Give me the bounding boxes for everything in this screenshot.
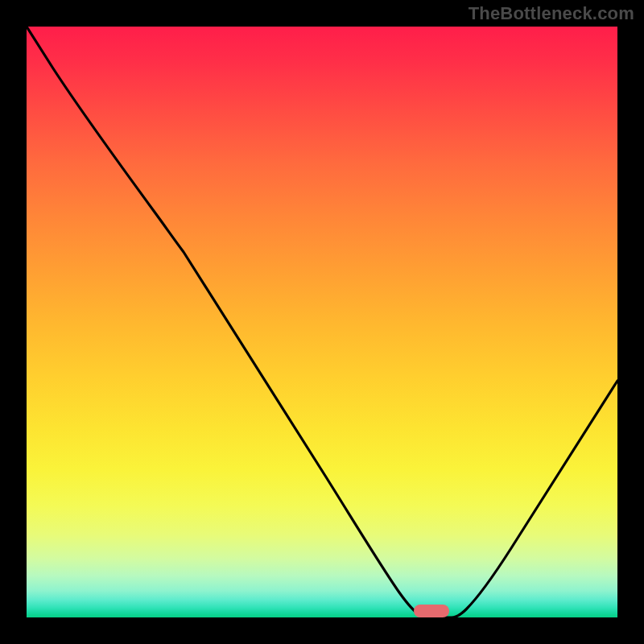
bottleneck-curve	[27, 27, 617, 617]
curve-path	[27, 27, 617, 617]
plot-area	[27, 27, 617, 617]
optimal-point-marker	[414, 605, 449, 617]
chart-frame: TheBottleneck.com	[0, 0, 644, 644]
watermark-text: TheBottleneck.com	[469, 3, 634, 24]
